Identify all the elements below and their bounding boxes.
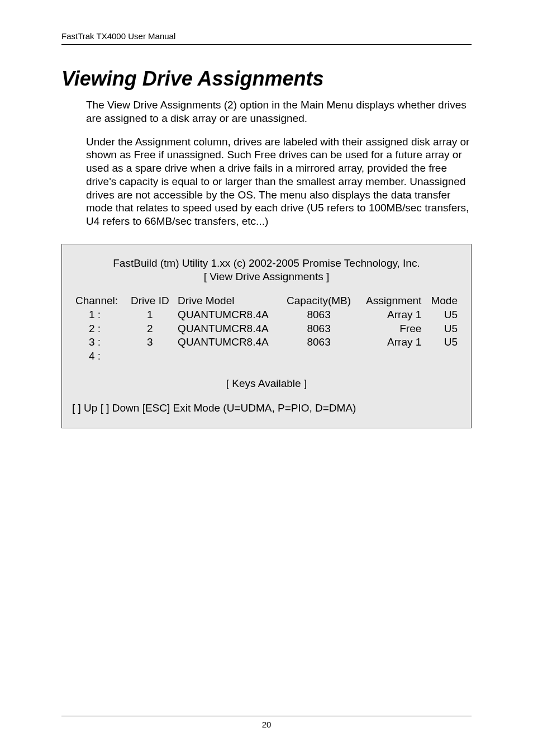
section-title: Viewing Drive Assignments [61,67,472,91]
cell-driveid: 2 [126,322,175,336]
cell-channel: 2 : [72,322,126,336]
table-row: 4 : [72,349,461,363]
header-rule [61,44,472,45]
col-header-capacity: Capacity(MB) [280,294,358,308]
cell-channel: 3 : [72,336,126,349]
cell-model: QUANTUMCR8.4A [174,322,280,336]
cell-driveid [126,349,175,363]
cell-capacity: 8063 [280,308,358,322]
cell-model: QUANTUMCR8.4A [174,308,280,322]
bios-panel: FastBuild (tm) Utility 1.xx (c) 2002-200… [61,244,472,428]
table-header-row: Channel: Drive ID Drive Model Capacity(M… [72,294,461,308]
cell-assignment: Array 1 [358,308,425,322]
cell-channel: 4 : [72,349,126,363]
col-header-channel: Channel: [72,294,126,308]
table-row: 3 : 3 QUANTUMCR8.4A 8063 Array 1 U5 [72,336,461,349]
cell-capacity [280,349,358,363]
page-footer: 20 [61,716,472,729]
cell-capacity: 8063 [280,336,358,349]
cell-model: QUANTUMCR8.4A [174,336,280,349]
cell-assignment: Array 1 [358,336,425,349]
panel-footer-keys: [ ] Up [ ] Down [ESC] Exit Mode (U=UDMA,… [72,401,461,415]
col-header-assignment: Assignment [358,294,425,308]
cell-capacity: 8063 [280,322,358,336]
footer-rule [61,716,472,716]
panel-subtitle: [ View Drive Assignments ] [72,270,461,284]
cell-driveid: 3 [126,336,175,349]
table-row: 1 : 1 QUANTUMCR8.4A 8063 Array 1 U5 [72,308,461,322]
cell-mode: U5 [425,322,461,336]
page-number: 20 [61,720,472,729]
body-paragraph-1: The View Drive Assignments (2) option in… [86,98,472,125]
col-header-driveid: Drive ID [126,294,175,308]
cell-assignment [358,349,425,363]
col-header-mode: Mode [425,294,461,308]
cell-assignment: Free [358,322,425,336]
panel-title: FastBuild (tm) Utility 1.xx (c) 2002-200… [72,257,461,271]
drive-table: Channel: Drive ID Drive Model Capacity(M… [72,294,461,363]
cell-mode [425,349,461,363]
col-header-model: Drive Model [174,294,280,308]
cell-mode: U5 [425,308,461,322]
cell-mode: U5 [425,336,461,349]
cell-channel: 1 : [72,308,126,322]
cell-driveid: 1 [126,308,175,322]
keys-available-label: [ Keys Available ] [72,377,461,391]
running-header: FastTrak TX4000 User Manual [61,31,472,44]
cell-model [174,349,280,363]
page: FastTrak TX4000 User Manual Viewing Driv… [0,0,533,756]
body-paragraph-2: Under the Assignment column, drives are … [86,135,472,228]
table-row: 2 : 2 QUANTUMCR8.4A 8063 Free U5 [72,322,461,336]
